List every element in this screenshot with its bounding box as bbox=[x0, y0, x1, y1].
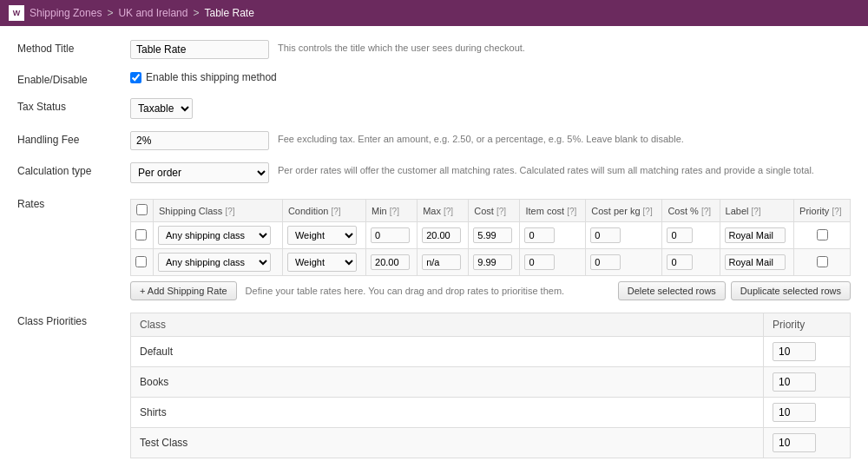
condition-select[interactable]: Weight Price Item count bbox=[287, 226, 357, 245]
col-condition: Condition [?] bbox=[282, 200, 365, 222]
shipping-class-help-icon[interactable]: [?] bbox=[225, 207, 234, 216]
breadcrumb-current: Table Rate bbox=[204, 7, 253, 19]
max-input[interactable] bbox=[422, 254, 461, 270]
class-priorities-row: Class Priorities Class Priority Default bbox=[17, 313, 851, 461]
cost-per-kg-help-icon[interactable]: [?] bbox=[643, 207, 653, 216]
logo-icon: W bbox=[9, 5, 24, 21]
condition-help-icon[interactable]: [?] bbox=[331, 207, 340, 216]
priority-cell bbox=[764, 367, 851, 398]
breadcrumb-sep-1: > bbox=[107, 7, 113, 19]
col-item-cost: Item cost [?] bbox=[520, 200, 586, 222]
cost-input[interactable] bbox=[473, 254, 512, 270]
rates-label: Rates bbox=[17, 195, 130, 210]
item-cost-input[interactable] bbox=[524, 254, 555, 270]
col-shipping-class: Shipping Class [?] bbox=[154, 200, 283, 222]
tax-status-row: Tax Status Taxable None bbox=[17, 98, 851, 119]
cost-pct-input[interactable] bbox=[667, 254, 693, 270]
cost-per-kg-input[interactable] bbox=[590, 254, 621, 270]
col-max: Max [?] bbox=[418, 200, 469, 222]
breadcrumb-shipping-zones[interactable]: Shipping Zones bbox=[30, 7, 102, 19]
calculation-type-field: Per order Per item Per order rates will … bbox=[130, 162, 851, 183]
priority-col-header: Priority bbox=[764, 313, 851, 337]
priority-cell bbox=[764, 337, 851, 367]
shipping-class-select[interactable]: Any shipping class bbox=[158, 253, 271, 272]
col-label: Label [?] bbox=[720, 200, 794, 222]
rates-table: Shipping Class [?] Condition [?] Min [?]… bbox=[130, 199, 851, 276]
breadcrumb-uk-ireland[interactable]: UK and Ireland bbox=[118, 7, 187, 19]
priority-cell bbox=[764, 428, 851, 458]
method-title-input[interactable] bbox=[130, 40, 269, 59]
class-name-cell: Shirts bbox=[131, 398, 764, 428]
delete-selected-rows-button[interactable]: Delete selected rows bbox=[618, 281, 726, 300]
col-cost: Cost [?] bbox=[469, 200, 520, 222]
method-title-field: This controls the title which the user s… bbox=[130, 40, 851, 59]
priority-checkbox[interactable] bbox=[817, 229, 828, 240]
rates-footer-right: Delete selected rows Duplicate selected … bbox=[618, 281, 851, 300]
tax-status-select[interactable]: Taxable None bbox=[130, 98, 193, 119]
list-item: Test Class bbox=[131, 428, 851, 458]
col-cost-pct: Cost % [?] bbox=[662, 200, 720, 222]
priority-help-icon[interactable]: [?] bbox=[832, 207, 841, 216]
duplicate-selected-rows-button[interactable]: Duplicate selected rows bbox=[731, 281, 851, 300]
rates-section: Shipping Class [?] Condition [?] Min [?]… bbox=[130, 199, 851, 300]
add-shipping-rate-button[interactable]: + Add Shipping Rate bbox=[130, 281, 237, 300]
tax-status-field: Taxable None bbox=[130, 98, 851, 119]
class-priorities-table: Class Priority Default Books Shirts Test… bbox=[130, 313, 851, 458]
col-min: Min [?] bbox=[366, 200, 418, 222]
col-priority: Priority [?] bbox=[794, 200, 851, 222]
row-checkbox[interactable] bbox=[135, 229, 147, 240]
class-name-cell: Books bbox=[131, 367, 764, 398]
enable-disable-row: Enable/Disable Enable this shipping meth… bbox=[17, 71, 851, 86]
label-input[interactable] bbox=[725, 227, 786, 243]
min-input[interactable] bbox=[371, 227, 410, 243]
calculation-type-label: Calculation type bbox=[17, 162, 130, 177]
handling-fee-row: Handling Fee Fee excluding tax. Enter an… bbox=[17, 131, 851, 150]
shipping-class-select[interactable]: Any shipping class bbox=[158, 226, 271, 245]
select-all-checkbox[interactable] bbox=[136, 204, 148, 215]
class-name-cell: Default bbox=[131, 337, 764, 367]
class-priority-input[interactable] bbox=[773, 403, 816, 422]
method-title-hint: This controls the title which the user s… bbox=[278, 40, 525, 53]
form-section: Method Title This controls the title whi… bbox=[0, 26, 868, 461]
cost-pct-input[interactable] bbox=[667, 227, 693, 243]
header-bar: W Shipping Zones > UK and Ireland > Tabl… bbox=[0, 0, 868, 26]
cost-per-kg-input[interactable] bbox=[590, 227, 621, 243]
handling-fee-label: Handling Fee bbox=[17, 131, 130, 146]
cost-input[interactable] bbox=[473, 227, 512, 243]
row-checkbox[interactable] bbox=[135, 256, 147, 267]
priority-cell bbox=[764, 398, 851, 428]
item-cost-input[interactable] bbox=[524, 227, 555, 243]
method-title-label: Method Title bbox=[17, 40, 130, 55]
label-input[interactable] bbox=[725, 254, 786, 270]
class-col-header: Class bbox=[131, 313, 764, 337]
item-cost-help-icon[interactable]: [?] bbox=[567, 207, 576, 216]
list-item: Default bbox=[131, 337, 851, 367]
enable-checkbox-label[interactable]: Enable this shipping method bbox=[130, 71, 277, 83]
rates-hint: Define your table rates here. You can dr… bbox=[246, 286, 565, 296]
cost-help-icon[interactable]: [?] bbox=[496, 207, 506, 216]
table-row: Any shipping class Weight Price Item cou… bbox=[131, 249, 851, 276]
class-name-cell: Test Class bbox=[131, 428, 764, 458]
label-help-icon[interactable]: [?] bbox=[752, 207, 761, 216]
handling-fee-input[interactable] bbox=[130, 131, 269, 150]
calculation-type-select[interactable]: Per order Per item bbox=[130, 162, 269, 183]
enable-checkbox[interactable] bbox=[130, 72, 141, 83]
condition-select[interactable]: Weight Price Item count bbox=[287, 253, 357, 272]
priority-checkbox[interactable] bbox=[817, 256, 828, 267]
max-help-icon[interactable]: [?] bbox=[444, 207, 453, 216]
list-item: Shirts bbox=[131, 398, 851, 428]
class-priority-input[interactable] bbox=[773, 433, 816, 452]
cost-pct-help-icon[interactable]: [?] bbox=[701, 207, 711, 216]
max-input[interactable] bbox=[422, 227, 461, 243]
enable-disable-label: Enable/Disable bbox=[17, 71, 130, 86]
class-priority-input[interactable] bbox=[773, 372, 816, 392]
list-item: Books bbox=[131, 367, 851, 398]
rates-row: Rates Shipping Class [?] Condition [?] M… bbox=[17, 195, 851, 300]
tax-status-label: Tax Status bbox=[17, 98, 130, 113]
min-help-icon[interactable]: [?] bbox=[390, 207, 399, 216]
handling-fee-hint: Fee excluding tax. Enter an amount, e.g.… bbox=[278, 131, 684, 144]
min-input[interactable] bbox=[371, 254, 410, 270]
class-priority-input[interactable] bbox=[773, 342, 816, 361]
col-cost-per-kg: Cost per kg [?] bbox=[586, 200, 662, 222]
rates-field: Shipping Class [?] Condition [?] Min [?]… bbox=[130, 195, 851, 300]
